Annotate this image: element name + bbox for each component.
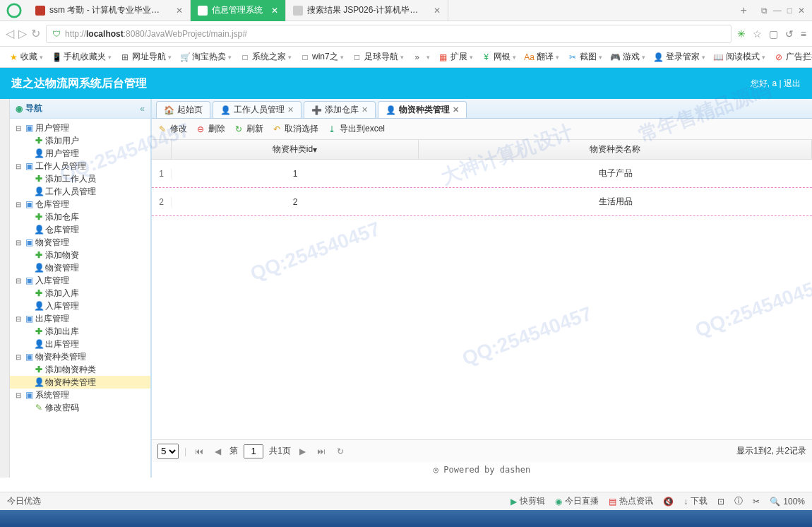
tree-node[interactable]: ⊟▣用户管理 — [10, 122, 150, 134]
bookmark-item[interactable]: □足球导航▾ — [350, 49, 407, 64]
status-speed-icon[interactable]: ⓘ — [734, 495, 743, 507]
expand-icon[interactable]: ⊟ — [14, 315, 23, 323]
toolbar-button[interactable]: ✎修改 — [157, 123, 187, 135]
new-tab-button[interactable]: + — [733, 4, 753, 17]
tree-node[interactable]: ⊟▣入库管理 — [10, 274, 150, 287]
bookmark-item[interactable]: Aa翻译▾ — [522, 49, 562, 64]
bookmark-item[interactable]: ⊞网址导航▾ — [117, 49, 174, 64]
toolbar-button[interactable]: ⊖删除 — [196, 123, 225, 135]
close-tab-icon[interactable]: ✕ — [271, 6, 278, 16]
status-mute-icon[interactable]: 🔇 — [663, 497, 674, 507]
next-page-button[interactable]: ▶ — [297, 446, 309, 456]
expand-icon[interactable]: ⊟ — [14, 201, 23, 208]
bookmark-item[interactable]: ¥网银▾ — [479, 49, 519, 64]
expand-icon[interactable]: ⊟ — [14, 124, 23, 132]
bookmark-item[interactable]: ★收藏▾ — [6, 49, 46, 64]
browser-tab[interactable]: ssm 考勤 - 计算机专业毕业设计✕ — [28, 0, 191, 21]
browser-tab[interactable]: 搜索结果 JSP026-计算机毕业设✕ — [286, 0, 448, 21]
expand-icon[interactable]: ⊟ — [14, 162, 23, 170]
col-header-name[interactable]: 物资种类名称 — [419, 140, 812, 159]
aperture-icon[interactable]: ✳ — [737, 28, 746, 40]
prev-page-button[interactable]: ◀ — [212, 446, 224, 456]
status-zoom[interactable]: 🔍 100% — [770, 497, 805, 507]
bookmark-item[interactable]: ⊘广告拦截▾ — [771, 49, 812, 64]
table-row[interactable]: 11电子产品 — [152, 160, 812, 188]
close-tab-icon[interactable]: ✕ — [176, 6, 183, 16]
last-page-button[interactable]: ⏭ — [314, 446, 328, 456]
tree-node[interactable]: ⊟▣仓库管理 — [10, 198, 150, 211]
content-tab[interactable]: ➕添加仓库✕ — [304, 101, 376, 118]
first-page-button[interactable]: ⏮ — [192, 446, 206, 456]
content-tab[interactable]: 👤物资种类管理✕ — [378, 101, 467, 118]
expand-icon[interactable]: ⊟ — [14, 391, 23, 399]
url-input[interactable]: 🛡 http://localhost:8080/JavaWebProject/m… — [46, 25, 732, 43]
tree-node[interactable]: 👤物资管理 — [10, 261, 150, 274]
tree-node[interactable]: 👤用户管理 — [10, 147, 150, 160]
tree-node[interactable]: ⊟▣系统管理 — [10, 389, 150, 401]
status-download[interactable]: ↓ 下载 — [683, 495, 707, 507]
browser-tab[interactable]: 信息管理系统✕ — [191, 0, 286, 21]
status-clip-icon[interactable]: ✂ — [753, 497, 760, 507]
back-button[interactable]: ◁ — [6, 27, 14, 40]
bookmark-item[interactable]: ▦扩展▾ — [436, 49, 476, 64]
menu-icon[interactable]: ≡ — [801, 28, 806, 40]
bookmark-item[interactable]: 📖阅读模式▾ — [711, 49, 768, 64]
toolbar-button[interactable]: ↶取消选择 — [272, 123, 318, 135]
tree-node[interactable]: 👤出库管理 — [10, 338, 150, 350]
expand-icon[interactable]: ⊟ — [14, 353, 23, 361]
status-news[interactable]: ▤热点资讯 — [609, 495, 653, 507]
toolbar-button[interactable]: ↻刷新 — [234, 123, 263, 135]
star-icon[interactable]: ☆ — [753, 28, 762, 40]
table-row[interactable]: 22生活用品 — [152, 188, 812, 216]
tree-node[interactable]: 👤物资种类管理 — [10, 376, 150, 389]
logout-link[interactable]: 退出 — [784, 78, 801, 88]
tree-node[interactable]: 👤入库管理 — [10, 300, 150, 312]
tree-node[interactable]: ✚添加用户 — [10, 134, 150, 147]
status-quickclip[interactable]: ▶快剪辑 — [511, 495, 545, 507]
close-tab-icon[interactable]: ✕ — [453, 105, 459, 114]
close-tab-icon[interactable]: ✕ — [362, 105, 368, 114]
tree-node[interactable]: ⊟▣物资种类管理 — [10, 350, 150, 363]
phone-icon[interactable]: ▢ — [769, 28, 778, 40]
bookmark-item[interactable]: 👤登录管家▾ — [651, 49, 708, 64]
expand-icon[interactable]: ⊟ — [14, 239, 23, 247]
status-live[interactable]: ◉今日直播 — [555, 495, 599, 507]
bookmark-item[interactable]: 🎮游戏▾ — [608, 49, 648, 64]
status-pip-icon[interactable]: ⊡ — [717, 497, 724, 507]
forward-button[interactable]: ▷ — [18, 27, 27, 40]
col-header-id[interactable]: 物资种类id ▾ — [172, 140, 419, 159]
bookmark-item[interactable]: □系统之家▾ — [237, 49, 294, 64]
tree-node[interactable]: ⊟▣物资管理 — [10, 236, 150, 249]
tree-node[interactable]: ✎修改密码 — [10, 401, 150, 414]
page-size-select[interactable]: 5 — [157, 444, 179, 459]
today-pick[interactable]: 今日优选 — [7, 495, 41, 507]
tree-node[interactable]: 👤仓库管理 — [10, 223, 150, 236]
collapse-sidebar-icon[interactable]: « — [140, 104, 145, 114]
close-tab-icon[interactable]: ✕ — [287, 105, 294, 114]
bookmark-item[interactable]: 📱手机收藏夹▾ — [49, 49, 114, 64]
tree-node[interactable]: ✚添加仓库 — [10, 211, 150, 223]
tree-node[interactable]: 👤工作人员管理 — [10, 185, 150, 198]
content-tab[interactable]: 👤工作人员管理✕ — [213, 101, 301, 118]
tree-node[interactable]: ⊟▣工作人员管理 — [10, 160, 150, 172]
tree-node[interactable]: ✚添加物资种类 — [10, 363, 150, 376]
window-close-icon[interactable]: ✕ — [798, 6, 805, 16]
toolbar-button[interactable]: ⤓导出到excel — [327, 123, 385, 135]
bookmark-item[interactable]: □win7之▾ — [297, 49, 347, 64]
history-icon[interactable]: ↺ — [785, 28, 794, 40]
content-tab[interactable]: 🏠起始页 — [156, 101, 210, 118]
window-minimize-icon[interactable]: — — [773, 6, 782, 16]
refresh-pager-button[interactable]: ↻ — [334, 446, 347, 456]
tree-node[interactable]: ⊟▣出库管理 — [10, 312, 150, 325]
window-restore-icon[interactable]: ⧉ — [761, 6, 768, 16]
bookmark-item[interactable]: 🛒淘宝热卖▾ — [177, 49, 234, 64]
close-tab-icon[interactable]: ✕ — [434, 6, 441, 16]
window-maximize-icon[interactable]: □ — [787, 6, 792, 16]
bookmark-item[interactable]: ✂截图▾ — [565, 49, 605, 64]
tree-node[interactable]: ✚添加出库 — [10, 325, 150, 338]
bookmark-item[interactable]: »▾ — [410, 51, 433, 64]
tree-node[interactable]: ✚添加工作人员 — [10, 172, 150, 185]
tree-node[interactable]: ✚添加入库 — [10, 287, 150, 300]
window-controls[interactable]: ⧉ — □ ✕ — [754, 6, 812, 16]
expand-icon[interactable]: ⊟ — [14, 277, 23, 285]
